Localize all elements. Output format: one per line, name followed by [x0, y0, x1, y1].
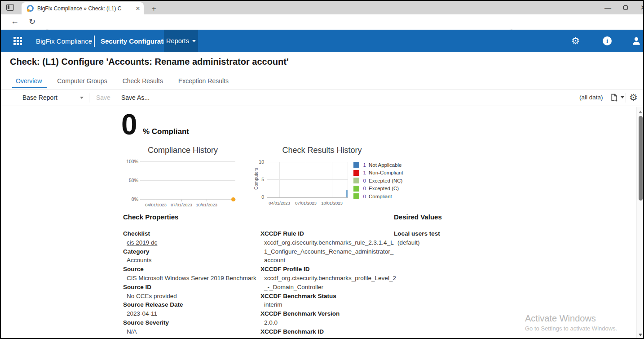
export-button[interactable]: [609, 93, 624, 102]
legend-swatch: [353, 162, 359, 168]
legend-item: 0Excepted (NC): [353, 178, 403, 183]
xtick-2: 07/01/2023: [171, 202, 192, 207]
ytick-5: 5: [261, 177, 264, 182]
toolbar-divider: [89, 93, 89, 103]
property-value: CIS Microsoft Windows Server 2019 Benchm…: [123, 274, 258, 283]
legend-swatch: [353, 186, 359, 192]
checklist-link[interactable]: cis 2019 dc: [123, 238, 258, 247]
page-title: Check: (L1) Configure 'Accounts: Rename …: [10, 57, 289, 67]
scrollbar-thumb[interactable]: [639, 116, 643, 201]
browser-window: BigFix Compliance » Check: (L1) C ✕ ＋ — …: [0, 0, 644, 339]
export-dropdown-arrow-icon: [621, 96, 624, 98]
property-value: Accounts: [123, 256, 258, 265]
activate-windows-watermark: Activate Windows Go to Settings to activ…: [525, 313, 617, 332]
property-label: Source Release Date: [123, 300, 258, 309]
report-toolbar: Base Report Save Save As... (all data) ⚙: [1, 89, 643, 106]
legend-item: 1Non-Compliant: [353, 170, 403, 176]
settings-gear-icon[interactable]: ⚙: [571, 36, 580, 46]
legend-swatch: [353, 170, 359, 176]
property-label: Checklist: [123, 229, 258, 238]
xtick-2: 07/01/2023: [295, 201, 317, 205]
desired-values-col: Local users test (default): [394, 229, 493, 247]
tab-close-icon[interactable]: ✕: [136, 5, 140, 12]
watermark-line1: Activate Windows: [525, 313, 617, 324]
tab-check-results[interactable]: Check Results: [123, 77, 163, 85]
check-properties-col1: Checklist cis 2019 dc Category Accounts …: [123, 229, 258, 336]
desired-value: (default): [394, 238, 493, 247]
property-label: Source ID: [123, 283, 258, 292]
new-tab-button[interactable]: ＋: [150, 3, 158, 13]
legend-item: 0Excepted (C): [353, 186, 403, 192]
legend-swatch: [353, 178, 359, 183]
check-properties-col2: XCCDF Rule ID xccdf_org.cisecurity.bench…: [260, 229, 396, 336]
tab-title: BigFix Compliance » Check: (L1) C: [37, 5, 129, 12]
app-navbar: BigFix Compliance Security Configuration…: [1, 30, 643, 52]
property-label: XCCDF Profile ID: [260, 265, 396, 274]
property-label: Source Severity: [123, 318, 258, 327]
scroll-down-icon[interactable]: [639, 334, 642, 336]
minimize-button[interactable]: —: [604, 4, 611, 11]
report-settings-gear-icon[interactable]: ⚙: [629, 92, 638, 103]
info-icon[interactable]: i: [603, 36, 612, 45]
page-tabs: Overview Computer Groups Check Results E…: [1, 73, 643, 89]
tab-computer-groups[interactable]: Computer Groups: [57, 77, 107, 85]
ytick-50: 50%: [129, 178, 138, 183]
property-label: Source: [123, 265, 258, 274]
ytick-0: 0%: [132, 196, 138, 202]
save-as-button[interactable]: Save As...: [121, 94, 150, 101]
property-value: 2023-04-11: [123, 309, 258, 318]
compliance-percent-suffix: % Compliant: [143, 127, 189, 136]
navbar-product-link[interactable]: BigFix Compliance: [36, 37, 92, 45]
tab-overview[interactable]: Overview: [16, 77, 42, 85]
check-properties-header: Check Properties: [123, 213, 178, 221]
y-axis-label: Computers: [254, 161, 259, 197]
bigfix-favicon-icon: [27, 5, 34, 12]
property-value: xccdf_org.cisecurity.benchmarks_profile_…: [260, 274, 396, 292]
check-results-history-chart: Check Results History Computers 10 5 0 0…: [252, 146, 407, 211]
desired-values-header: Desired Values: [394, 213, 442, 221]
scroll-up-icon[interactable]: [639, 111, 642, 113]
restore-button[interactable]: [623, 5, 628, 10]
export-icon: [609, 93, 619, 102]
close-button[interactable]: ✕: [640, 4, 644, 12]
apps-grid-icon[interactable]: [13, 37, 23, 45]
legend-swatch: [353, 193, 359, 199]
navbar-divider: [94, 36, 95, 47]
reports-menu[interactable]: Reports: [164, 30, 198, 52]
xtick-3: 10/01/2023: [321, 201, 343, 205]
reports-menu-label: Reports: [166, 37, 189, 45]
ytick-100: 100%: [126, 159, 138, 164]
xtick-1: 04/01/2023: [145, 202, 167, 207]
property-value: interim: [260, 300, 396, 309]
page-scrollbar[interactable]: [636, 107, 644, 339]
back-icon[interactable]: ←: [11, 17, 19, 26]
xtick-3: 10/01/2023: [196, 202, 217, 207]
property-value: No CCEs provided: [123, 292, 258, 301]
desired-value-label: Local users test: [394, 229, 493, 238]
workspaces-icon[interactable]: [6, 4, 14, 11]
property-value: xccdf_org.cisecurity.benchmarks_rule_2.3…: [260, 238, 396, 265]
browser-address-bar: ← ↻ Not secure https://localhost:9081/sc…: [1, 14, 643, 30]
watermark-line2: Go to Settings to activate Windows.: [525, 325, 617, 332]
report-selector[interactable]: Base Report: [22, 94, 84, 101]
save-button[interactable]: Save: [96, 94, 110, 101]
browser-tab[interactable]: BigFix Compliance » Check: (L1) C ✕: [22, 2, 144, 14]
user-icon[interactable]: [631, 36, 641, 48]
compliance-data-point: [231, 197, 235, 201]
chart-title: Check Results History: [252, 146, 392, 155]
tab-exception-results[interactable]: Exception Results: [178, 77, 229, 85]
refresh-icon[interactable]: ↻: [29, 17, 35, 27]
property-label: XCCDF Benchmark Status: [260, 292, 396, 301]
legend-item: 0Compliant: [353, 193, 403, 199]
chart-legend: 1Not Applicable 1Non-Compliant 0Excepted…: [353, 162, 403, 201]
ytick-10: 10: [259, 159, 264, 165]
data-scope-label[interactable]: (all data): [579, 94, 603, 101]
property-label: XCCDF Benchmark ID: [260, 327, 396, 336]
chart-title: Compliance History: [124, 146, 241, 155]
active-tab-underline: [12, 87, 47, 88]
latest-results-bar: [346, 190, 348, 197]
legend-item: 1Not Applicable: [353, 162, 403, 168]
compliance-history-chart: Compliance History 100% 50% 0% 04/01/202…: [124, 146, 241, 211]
navbar-section-label[interactable]: Security Configuration: [101, 37, 173, 45]
property-value: 2.0.0: [260, 318, 396, 327]
